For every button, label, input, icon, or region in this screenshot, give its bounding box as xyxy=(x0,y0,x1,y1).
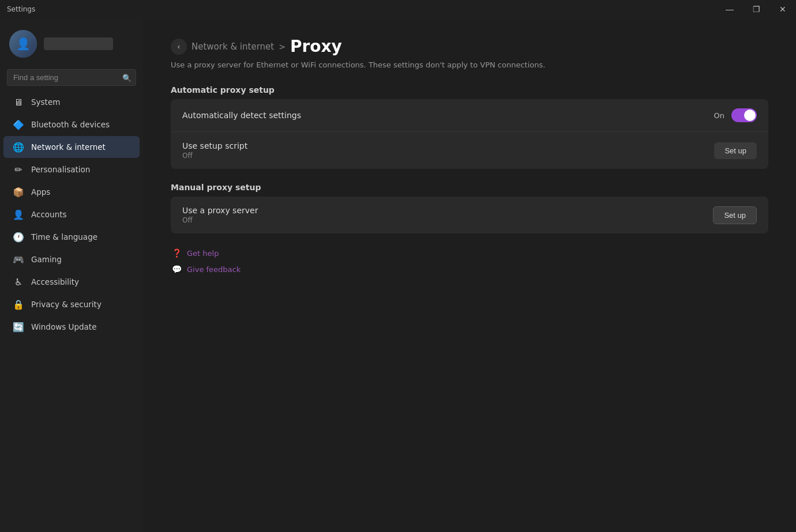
sidebar-item-time[interactable]: 🕐 Time & language xyxy=(3,226,140,248)
nav-icon-privacy: 🔒 xyxy=(13,299,24,310)
page-description: Use a proxy server for Ethernet or WiFi … xyxy=(171,61,768,69)
auto-detect-row: Automatically detect settings On xyxy=(171,99,768,132)
sidebar-item-privacy[interactable]: 🔒 Privacy & security xyxy=(3,293,140,315)
nav-icon-accounts: 👤 xyxy=(13,209,24,220)
auto-detect-status: On xyxy=(714,111,724,120)
setup-script-sublabel: Off xyxy=(182,152,247,160)
nav-label-bluetooth: Bluetooth & devices xyxy=(31,120,110,129)
user-name-box xyxy=(44,37,113,50)
sidebar-item-personalisation[interactable]: ✏ Personalisation xyxy=(3,159,140,180)
auto-detect-toggle[interactable] xyxy=(731,108,757,122)
nav-icon-bluetooth: 🔷 xyxy=(13,119,24,130)
proxy-server-label: Use a proxy server xyxy=(182,206,258,215)
title-bar-title: Settings xyxy=(7,5,35,13)
maximize-button[interactable]: ❐ xyxy=(743,0,769,18)
sidebar-item-gaming[interactable]: 🎮 Gaming xyxy=(3,248,140,270)
nav-icon-time: 🕐 xyxy=(13,231,24,243)
page-title: Proxy xyxy=(290,37,342,56)
nav-icon-apps: 📦 xyxy=(13,186,24,198)
get-help-link[interactable]: ❓ Get help xyxy=(171,247,768,259)
nav-icon-windowsupdate: 🔄 xyxy=(13,321,24,333)
close-button[interactable]: ✕ xyxy=(769,0,796,18)
proxy-server-row: Use a proxy server Off Set up xyxy=(171,197,768,233)
sidebar: 👤 🔍 🖥 System 🔷 Bluetooth & devices 🌐 Net… xyxy=(0,18,143,532)
content-area: 👤 🔍 🖥 System 🔷 Bluetooth & devices 🌐 Net… xyxy=(0,18,796,532)
manual-section-title: Manual proxy setup xyxy=(171,183,768,192)
give-feedback-label: Give feedback xyxy=(187,265,241,274)
setup-script-label-wrap: Use setup script Off xyxy=(182,141,247,160)
nav-label-apps: Apps xyxy=(31,187,50,197)
nav-label-windowsupdate: Windows Update xyxy=(31,322,96,331)
title-bar-controls: — ❐ ✕ xyxy=(716,0,796,18)
proxy-server-label-wrap: Use a proxy server Off xyxy=(182,206,258,224)
setup-script-button[interactable]: Set up xyxy=(714,142,757,159)
toggle-knob xyxy=(744,110,756,121)
auto-detect-label-wrap: Automatically detect settings xyxy=(182,111,301,120)
back-button[interactable]: ‹ xyxy=(171,39,187,55)
get-help-icon: ❓ xyxy=(171,247,182,259)
sidebar-item-windowsupdate[interactable]: 🔄 Windows Update xyxy=(3,316,140,338)
setup-script-label: Use setup script xyxy=(182,141,247,150)
title-bar-left: Settings xyxy=(7,5,35,13)
auto-detect-right: On xyxy=(714,108,757,122)
manual-proxy-card: Use a proxy server Off Set up xyxy=(171,197,768,233)
nav-label-privacy: Privacy & security xyxy=(31,300,102,309)
nav-label-accounts: Accounts xyxy=(31,210,67,219)
title-bar: Settings — ❐ ✕ xyxy=(0,0,796,18)
links-section: ❓ Get help 💬 Give feedback xyxy=(171,247,768,275)
sidebar-item-system[interactable]: 🖥 System xyxy=(3,91,140,113)
proxy-server-right: Set up xyxy=(713,206,757,224)
setup-script-row: Use setup script Off Set up xyxy=(171,132,768,169)
give-feedback-icon: 💬 xyxy=(171,263,182,275)
auto-detect-label: Automatically detect settings xyxy=(182,111,301,120)
avatar-inner: 👤 xyxy=(9,30,37,58)
nav-icon-accessibility: ♿ xyxy=(13,276,24,288)
search-input[interactable] xyxy=(7,69,136,86)
sidebar-item-bluetooth[interactable]: 🔷 Bluetooth & devices xyxy=(3,114,140,135)
give-feedback-link[interactable]: 💬 Give feedback xyxy=(171,263,768,275)
nav-list: 🖥 System 🔷 Bluetooth & devices 🌐 Network… xyxy=(0,90,143,338)
proxy-server-sublabel: Off xyxy=(182,216,258,224)
nav-label-accessibility: Accessibility xyxy=(31,277,79,286)
avatar: 👤 xyxy=(9,30,37,58)
nav-icon-network: 🌐 xyxy=(13,141,24,153)
sidebar-item-network[interactable]: 🌐 Network & internet xyxy=(3,136,140,158)
sidebar-item-accessibility[interactable]: ♿ Accessibility xyxy=(3,271,140,293)
automatic-section-title: Automatic proxy setup xyxy=(171,85,768,95)
minimize-button[interactable]: — xyxy=(716,0,743,18)
setup-script-right: Set up xyxy=(714,142,757,159)
get-help-label: Get help xyxy=(187,249,219,258)
sidebar-item-apps[interactable]: 📦 Apps xyxy=(3,181,140,203)
settings-window: Settings — ❐ ✕ 👤 🔍 🖥 System 🔷 xyxy=(0,0,796,532)
nav-icon-personalisation: ✏ xyxy=(13,164,24,175)
sidebar-item-accounts[interactable]: 👤 Accounts xyxy=(3,203,140,225)
nav-label-gaming: Gaming xyxy=(31,255,62,264)
main-content: ‹ Network & internet > Proxy Use a proxy… xyxy=(143,18,796,532)
breadcrumb: ‹ Network & internet > Proxy xyxy=(171,37,768,56)
nav-label-personalisation: Personalisation xyxy=(31,165,90,174)
search-box: 🔍 xyxy=(7,69,136,86)
breadcrumb-separator: > xyxy=(279,42,286,51)
automatic-proxy-card: Automatically detect settings On Use set… xyxy=(171,99,768,169)
user-section: 👤 xyxy=(0,23,143,67)
nav-label-network: Network & internet xyxy=(31,142,106,152)
breadcrumb-parent: Network & internet xyxy=(192,41,274,52)
nav-icon-system: 🖥 xyxy=(13,96,24,108)
search-icon: 🔍 xyxy=(122,73,132,82)
nav-label-system: System xyxy=(31,97,60,107)
nav-label-time: Time & language xyxy=(31,232,97,242)
nav-icon-gaming: 🎮 xyxy=(13,254,24,265)
proxy-server-button[interactable]: Set up xyxy=(713,206,757,224)
